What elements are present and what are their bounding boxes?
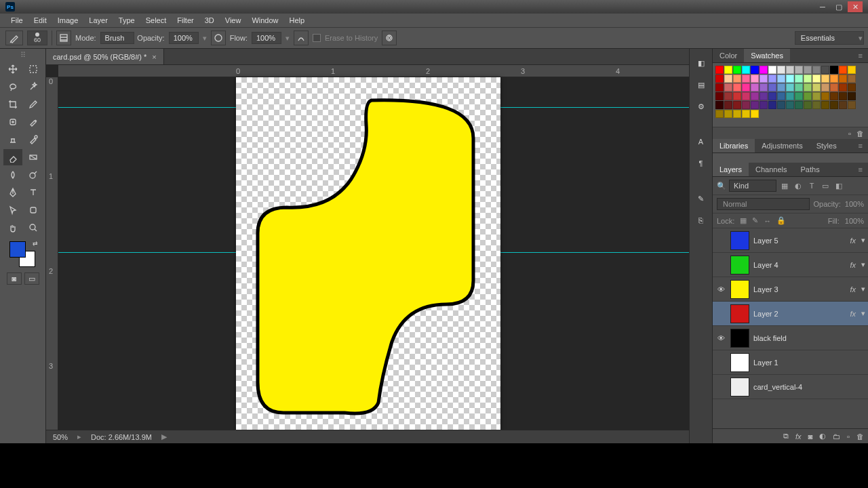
adjustment-layer-icon[interactable]: ◐ — [819, 432, 826, 441]
swatch[interactable] — [812, 66, 821, 74]
swatch[interactable] — [848, 83, 856, 92]
swatch[interactable] — [751, 92, 759, 100]
swatch[interactable] — [821, 83, 829, 92]
pressure-opacity-toggle[interactable] — [211, 30, 226, 45]
fill-value[interactable]: 100% — [845, 217, 864, 225]
menu-filter[interactable]: Filter — [172, 16, 199, 24]
swatch[interactable] — [848, 92, 856, 100]
layer-row[interactable]: Layer 5fx▾ — [713, 228, 868, 253]
current-tool-icon[interactable] — [5, 30, 23, 45]
new-swatch-icon[interactable]: ▫ — [848, 129, 851, 138]
swatch[interactable] — [768, 83, 776, 92]
history-panel-icon[interactable]: ◧ — [692, 54, 710, 72]
maximize-button[interactable]: ▢ — [831, 1, 846, 12]
swatch[interactable] — [777, 83, 785, 92]
menu-edit[interactable]: Edit — [28, 16, 52, 24]
swatch[interactable] — [742, 75, 750, 83]
swatch[interactable] — [751, 83, 759, 92]
swatch[interactable] — [733, 75, 741, 83]
visibility-toggle[interactable] — [715, 260, 726, 270]
quickmask-button[interactable]: ◙ — [7, 272, 22, 285]
lasso-tool[interactable] — [3, 79, 22, 95]
swatch[interactable] — [786, 101, 794, 109]
visibility-toggle[interactable]: 👁 — [715, 333, 726, 344]
layer-thumbnail[interactable] — [730, 353, 749, 372]
swatch[interactable] — [724, 75, 732, 83]
swatch[interactable] — [812, 92, 821, 100]
marquee-tool[interactable] — [24, 61, 43, 77]
blend-mode-select[interactable]: Normal — [717, 198, 810, 210]
status-expand-icon[interactable]: ▸ — [77, 432, 81, 441]
canvas-viewport[interactable] — [58, 77, 689, 430]
swatch[interactable] — [751, 75, 759, 83]
swatch[interactable] — [839, 92, 847, 100]
swatch[interactable] — [777, 66, 785, 74]
swatch[interactable] — [742, 83, 750, 92]
swatch[interactable] — [786, 66, 794, 74]
swatch[interactable] — [715, 75, 724, 83]
swatch[interactable] — [733, 83, 741, 92]
link-layers-icon[interactable]: ⧉ — [783, 432, 789, 441]
fx-expand-icon[interactable]: ▾ — [861, 236, 865, 245]
screenmode-button[interactable]: ▭ — [24, 272, 39, 285]
swatch[interactable] — [760, 66, 768, 74]
swatch[interactable] — [742, 110, 750, 118]
swatch[interactable] — [795, 83, 803, 92]
layer-name[interactable]: Layer 5 — [753, 237, 846, 245]
swatch[interactable] — [804, 83, 812, 92]
swatch[interactable] — [786, 83, 794, 92]
foreground-color[interactable] — [9, 241, 26, 258]
filter-shape-icon[interactable]: ▭ — [820, 180, 831, 191]
flow-input[interactable]: 100% — [252, 32, 281, 44]
swatch[interactable] — [839, 66, 847, 74]
swatch[interactable] — [812, 75, 821, 83]
eraser-tool[interactable] — [3, 149, 22, 165]
lock-trans-icon[interactable]: ▦ — [740, 216, 747, 225]
swatch[interactable] — [733, 101, 741, 109]
path-select-tool[interactable] — [3, 202, 22, 218]
menu-view[interactable]: View — [220, 16, 247, 24]
type-tool[interactable] — [24, 184, 43, 201]
brush-tool[interactable] — [24, 114, 43, 130]
toolbox-grip-icon[interactable]: ⠿ — [3, 52, 43, 58]
menu-select[interactable]: Select — [140, 16, 172, 24]
swatch[interactable] — [777, 92, 785, 100]
tab-paths[interactable]: Paths — [794, 163, 827, 176]
swatch[interactable] — [804, 101, 812, 109]
swatch[interactable] — [821, 75, 829, 83]
menu-window[interactable]: Window — [246, 16, 283, 24]
magic-wand-tool[interactable] — [24, 79, 43, 95]
brush-preset-picker[interactable]: 60 — [27, 30, 47, 45]
layer-thumbnail[interactable] — [730, 280, 749, 299]
swatch[interactable] — [786, 92, 794, 100]
swatch[interactable] — [777, 101, 785, 109]
menu-help[interactable]: Help — [284, 16, 311, 24]
filter-smart-icon[interactable]: ◧ — [833, 180, 844, 191]
tab-channels[interactable]: Channels — [749, 163, 793, 176]
swatch[interactable] — [715, 101, 724, 109]
swatch[interactable] — [848, 101, 856, 109]
layer-row[interactable]: Layer 4fx▾ — [713, 253, 868, 277]
blur-tool[interactable] — [3, 167, 22, 183]
menu-layer[interactable]: Layer — [83, 16, 113, 24]
airbrush-toggle[interactable] — [294, 30, 309, 45]
layer-name[interactable]: Layer 2 — [753, 310, 846, 318]
swatch[interactable] — [830, 75, 838, 83]
layer-name[interactable]: Layer 4 — [753, 261, 846, 269]
layer-name[interactable]: Layer 3 — [753, 285, 846, 293]
healing-brush-tool[interactable] — [3, 114, 22, 130]
tab-styles[interactable]: Styles — [810, 139, 844, 152]
swatch[interactable] — [830, 83, 838, 92]
tab-layers[interactable]: Layers — [713, 163, 749, 176]
layer-thumbnail[interactable] — [730, 231, 749, 250]
swatch[interactable] — [848, 66, 856, 74]
layer-kind-filter[interactable]: Kind — [729, 180, 776, 192]
brush-panel-toggle[interactable] — [56, 30, 71, 45]
tab-close-icon[interactable]: × — [152, 53, 156, 61]
actions-panel-icon[interactable]: ▤ — [692, 76, 710, 94]
zoom-level[interactable]: 50% — [53, 433, 68, 441]
swatch[interactable] — [804, 66, 812, 74]
ruler-vertical[interactable]: 0 1 2 3 — [46, 77, 58, 430]
fx-expand-icon[interactable]: ▾ — [861, 285, 865, 293]
menu-type[interactable]: Type — [113, 16, 140, 24]
